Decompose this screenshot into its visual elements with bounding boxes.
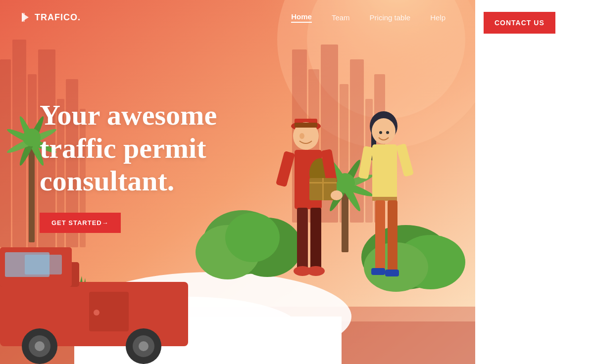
svg-rect-16	[365, 99, 373, 223]
svg-point-54	[139, 341, 148, 351]
svg-rect-75	[371, 126, 376, 161]
svg-rect-66	[309, 178, 337, 200]
svg-rect-77	[372, 144, 397, 199]
svg-point-51	[35, 341, 45, 351]
svg-point-74	[370, 111, 397, 141]
svg-point-86	[379, 131, 382, 134]
svg-rect-46	[0, 262, 79, 287]
svg-point-81	[331, 190, 343, 200]
svg-rect-14	[340, 84, 348, 223]
svg-rect-85	[385, 270, 399, 276]
svg-point-20	[74, 272, 351, 361]
svg-point-60	[293, 122, 319, 150]
nav-pricing[interactable]: Pricing table	[370, 13, 411, 22]
svg-point-42	[5, 268, 40, 296]
svg-rect-11	[292, 49, 307, 223]
svg-point-41	[23, 129, 41, 146]
get-started-button[interactable]: GET STARTED→	[40, 213, 121, 233]
svg-point-28	[327, 158, 363, 213]
svg-rect-15	[350, 59, 364, 223]
logo-icon	[20, 12, 31, 23]
svg-rect-83	[388, 200, 397, 272]
hero-title: Your awesome traffic permit consultant.	[40, 99, 217, 198]
svg-rect-17	[374, 74, 385, 223]
svg-rect-48	[5, 252, 50, 277]
hero-content: Your awesome traffic permit consultant. …	[40, 99, 217, 233]
svg-point-26	[225, 213, 280, 262]
svg-rect-65	[321, 149, 338, 185]
nav-help[interactable]: Help	[430, 13, 446, 22]
svg-rect-70	[310, 208, 321, 272]
hero-section: TRAFICO. Home Team Pricing table Help Yo…	[0, 0, 475, 364]
svg-marker-89	[22, 13, 25, 22]
svg-point-43	[22, 275, 52, 299]
svg-point-30	[316, 172, 374, 199]
nav-links: Home Team Pricing table Help	[291, 12, 446, 23]
svg-rect-61	[295, 123, 317, 128]
svg-point-63	[309, 158, 331, 188]
svg-point-58	[291, 121, 321, 131]
svg-rect-45	[0, 282, 188, 346]
svg-rect-55	[89, 292, 129, 331]
svg-rect-57	[25, 255, 62, 274]
nav-home[interactable]: Home	[291, 12, 312, 23]
svg-rect-78	[372, 197, 397, 201]
svg-rect-13	[321, 45, 338, 223]
svg-rect-64	[276, 151, 295, 187]
svg-rect-6	[28, 74, 37, 247]
logo-text: TRAFICO.	[35, 12, 81, 23]
svg-point-71	[294, 266, 311, 276]
svg-rect-59	[295, 119, 317, 130]
svg-point-33	[361, 225, 450, 289]
svg-rect-27	[342, 188, 348, 252]
svg-rect-4	[0, 59, 11, 247]
svg-point-24	[233, 218, 302, 277]
svg-point-29	[327, 158, 363, 213]
svg-point-34	[396, 235, 465, 289]
svg-point-21	[74, 297, 302, 364]
svg-rect-47	[0, 247, 72, 287]
svg-rect-22	[74, 317, 342, 364]
svg-point-25	[196, 225, 260, 279]
logo[interactable]: TRAFICO.	[20, 12, 81, 23]
svg-point-31	[316, 172, 374, 199]
svg-point-52	[126, 328, 161, 364]
svg-rect-5	[12, 40, 26, 247]
contact-button[interactable]: CONTACT US	[484, 12, 555, 34]
svg-point-49	[22, 328, 57, 364]
svg-point-44	[0, 274, 25, 294]
svg-point-56	[94, 310, 99, 316]
svg-point-76	[372, 118, 396, 144]
svg-rect-84	[371, 268, 385, 275]
svg-rect-19	[0, 321, 475, 364]
navbar: TRAFICO. Home Team Pricing table Help	[0, 0, 475, 35]
svg-rect-68	[322, 178, 324, 200]
right-panel: CONTACT US	[475, 0, 594, 364]
svg-rect-82	[375, 200, 385, 272]
svg-point-50	[29, 335, 50, 357]
nav-team[interactable]: Team	[332, 13, 350, 22]
svg-rect-69	[297, 208, 308, 272]
svg-point-32	[335, 173, 355, 193]
svg-point-72	[307, 266, 325, 276]
svg-point-53	[133, 335, 154, 357]
svg-rect-36	[29, 143, 35, 242]
svg-rect-80	[396, 143, 414, 177]
svg-rect-79	[358, 146, 374, 179]
svg-point-73	[299, 133, 304, 139]
svg-rect-18	[0, 307, 475, 364]
svg-rect-62	[295, 150, 322, 209]
svg-rect-67	[309, 182, 337, 183]
svg-rect-12	[308, 69, 319, 223]
svg-point-35	[364, 242, 428, 292]
svg-point-87	[386, 131, 389, 134]
